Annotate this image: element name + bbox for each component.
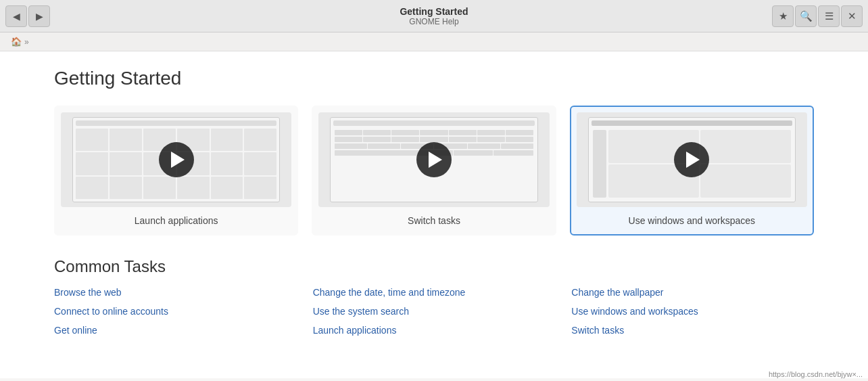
mock-cell	[211, 152, 243, 175]
task-link-switch-tasks[interactable]: Switch tasks	[571, 325, 814, 336]
video-label-launch: Launch applications	[61, 212, 291, 229]
task-link-windows-workspaces[interactable]: Use windows and workspaces	[571, 306, 814, 317]
mock-key	[506, 130, 533, 135]
mock-sidebar	[593, 130, 606, 198]
mock-key	[363, 137, 391, 142]
mock-key-row	[335, 130, 533, 135]
mock-cell	[76, 152, 108, 175]
mock-cell	[76, 129, 108, 151]
mock-cell	[143, 177, 176, 199]
video-thumbnail-switch	[318, 112, 549, 207]
task-link-browse-web[interactable]: Browse the web	[54, 287, 297, 298]
back-button[interactable]: ◀	[5, 5, 27, 27]
mock-cell	[211, 129, 243, 151]
mock-key	[363, 130, 391, 135]
mock-key	[477, 130, 505, 135]
task-link-wallpaper[interactable]: Change the wallpaper	[571, 287, 814, 298]
mock-key	[391, 137, 419, 142]
common-tasks-title: Common Tasks	[54, 257, 814, 276]
mock-key	[420, 130, 448, 135]
mock-key	[501, 143, 533, 149]
mock-key	[493, 150, 533, 156]
video-card-switch[interactable]: Switch tasks	[312, 106, 556, 236]
mock-key	[449, 137, 477, 142]
tasks-grid: Browse the web Change the date, time and…	[54, 287, 814, 336]
mock-cell	[244, 129, 276, 151]
play-button-switch[interactable]	[416, 142, 452, 177]
mock-key	[420, 137, 448, 142]
mock-key	[368, 143, 400, 149]
window-subtitle: GNOME Help	[400, 17, 468, 26]
mock-cell	[110, 152, 142, 175]
mock-key	[468, 143, 500, 149]
window-title: Getting Started	[400, 6, 468, 17]
play-button-windows[interactable]	[674, 142, 709, 177]
video-cards: Launch applications	[54, 106, 814, 236]
titlebar: ◀ ▶ Getting Started GNOME Help ★ 🔍 ☰ ✕	[0, 0, 868, 32]
mock-bar	[333, 120, 534, 126]
mock-key	[335, 143, 367, 149]
mock-window	[700, 130, 791, 163]
breadcrumb-separator: »	[24, 37, 29, 47]
menu-button[interactable]: ☰	[818, 5, 840, 27]
mock-key	[335, 137, 362, 142]
main-content: Getting Started	[0, 51, 868, 378]
url-hint: https://blog.csdn.net/bjyw×...	[769, 370, 863, 378]
bookmark-button[interactable]: ★	[772, 5, 794, 27]
close-button[interactable]: ✕	[841, 5, 863, 27]
video-label-windows: Use windows and workspaces	[577, 212, 807, 229]
mock-cell	[110, 177, 142, 199]
mock-key	[477, 137, 505, 142]
mock-cell	[177, 177, 210, 199]
task-link-system-search[interactable]: Use the system search	[313, 306, 556, 317]
task-link-online-accounts[interactable]: Connect to online accounts	[54, 306, 297, 317]
video-label-switch: Switch tasks	[318, 212, 549, 229]
task-link-launch-apps[interactable]: Launch applications	[313, 325, 556, 336]
mock-bar	[592, 120, 792, 126]
mock-key	[335, 130, 362, 135]
mock-cell	[211, 177, 243, 199]
forward-button[interactable]: ▶	[28, 5, 50, 27]
breadcrumb-bar: 🏠 »	[0, 32, 868, 51]
mock-key	[454, 150, 493, 156]
mock-key	[391, 130, 419, 135]
nav-buttons: ◀ ▶	[5, 5, 50, 27]
mock-bar	[76, 120, 276, 126]
breadcrumb-home[interactable]: 🏠	[11, 37, 22, 47]
mock-key	[449, 130, 477, 135]
mock-cell	[244, 177, 276, 199]
mock-cell	[76, 177, 108, 199]
mock-window	[700, 164, 791, 198]
page-title: Getting Started	[54, 68, 814, 89]
window-actions: ★ 🔍 ☰ ✕	[772, 5, 863, 27]
mock-cell	[244, 152, 276, 175]
task-link-get-online[interactable]: Get online	[54, 325, 297, 336]
video-card-windows[interactable]: Use windows and workspaces	[570, 106, 814, 236]
mock-key-row	[335, 137, 533, 142]
mock-cell	[110, 129, 142, 151]
video-thumbnail-launch	[61, 112, 291, 207]
mock-key	[506, 137, 533, 142]
video-card-launch[interactable]: Launch applications	[54, 106, 298, 236]
video-thumbnail-windows	[577, 112, 807, 207]
task-link-date-time[interactable]: Change the date, time and timezone	[313, 287, 556, 298]
play-button-launch[interactable]	[159, 142, 194, 177]
search-button[interactable]: 🔍	[795, 5, 817, 27]
titlebar-center: Getting Started GNOME Help	[400, 6, 468, 26]
